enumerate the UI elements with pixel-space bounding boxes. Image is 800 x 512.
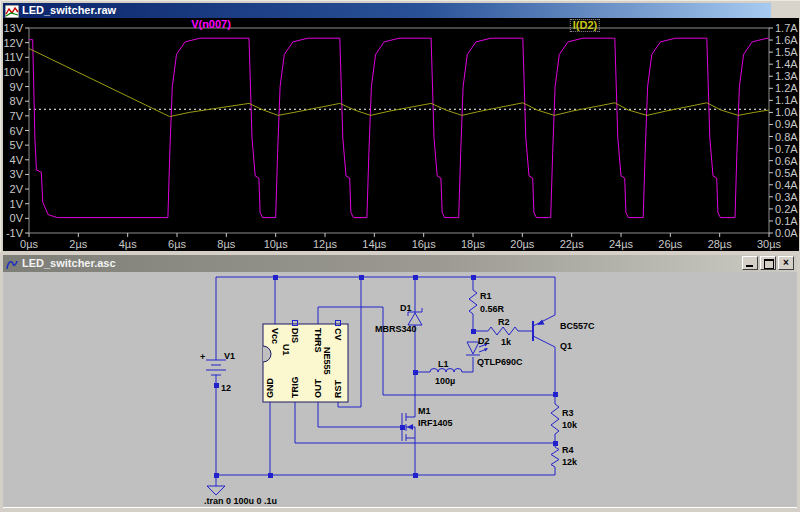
left-axis-tick-label: 4V bbox=[10, 154, 24, 166]
q1-part: BC557C bbox=[560, 321, 595, 331]
d1-ref: D1 bbox=[400, 303, 412, 313]
waveform-plot[interactable]: 13V12V11V10V9V8V7V6V5V4V3V2V1V0V-1V1.7A1… bbox=[3, 18, 799, 251]
inductor-l1[interactable]: L1 100µ bbox=[430, 359, 462, 386]
resistor-r1[interactable]: R1 0.56R bbox=[469, 290, 505, 314]
v1-plus-sign: + bbox=[200, 352, 205, 362]
right-axis-tick-label: 0.1A bbox=[775, 215, 798, 227]
spice-directive[interactable]: .tran 0 100u 0 .1u bbox=[204, 496, 277, 506]
u1-part: NE555 bbox=[322, 347, 332, 375]
v1-ref: V1 bbox=[224, 351, 235, 361]
right-axis-tick-label: 1.5A bbox=[775, 46, 798, 58]
left-axis-tick-label: 7V bbox=[10, 110, 24, 122]
transistor-q1[interactable]: BC557C Q1 bbox=[533, 315, 595, 394]
u1-ref: U1 bbox=[281, 344, 291, 356]
close-button[interactable]: × bbox=[778, 256, 794, 270]
maximize-icon bbox=[764, 259, 774, 269]
pin-label-cv: CV bbox=[333, 328, 343, 341]
l1-value: 100µ bbox=[435, 376, 455, 386]
right-axis-tick-label: 1.4A bbox=[775, 58, 798, 70]
pin-label-vcc: Vcc bbox=[270, 328, 280, 344]
titlebar-corner bbox=[771, 1, 800, 18]
right-axis-tick-label: 0.5A bbox=[775, 167, 798, 179]
r1-ref: R1 bbox=[480, 291, 492, 301]
x-axis-tick-label: 2µs bbox=[69, 238, 87, 250]
x-axis-tick-label: 16µs bbox=[412, 238, 437, 250]
d2-ref: D2 bbox=[478, 336, 490, 346]
left-axis-tick-label: 9V bbox=[10, 81, 24, 93]
q1-ref: Q1 bbox=[560, 341, 572, 351]
waveform-plot-area[interactable]: 13V12V11V10V9V8V7V6V5V4V3V2V1V0V-1V1.7A1… bbox=[3, 18, 799, 251]
pin-label-gnd: GND bbox=[265, 378, 275, 399]
trace-label-id2[interactable]: I(D2) bbox=[570, 19, 600, 32]
schematic-file-icon bbox=[5, 257, 19, 270]
resistor-r4[interactable]: R4 12k bbox=[551, 445, 578, 467]
right-axis-tick-label: 1.3A bbox=[775, 70, 798, 82]
schematic-window-title: LED_switcher.asc bbox=[22, 256, 116, 271]
r4-ref: R4 bbox=[562, 445, 574, 455]
schematic-window: LED_switcher.asc × bbox=[0, 252, 800, 512]
minimize-icon bbox=[746, 265, 753, 267]
pin-label-thrs: THRS bbox=[313, 328, 323, 353]
maximize-button[interactable] bbox=[760, 256, 776, 270]
x-axis-tick-label: 6µs bbox=[168, 238, 186, 250]
right-axis-tick-label: 1.0A bbox=[775, 106, 798, 118]
x-axis-tick-label: 28µs bbox=[708, 238, 733, 250]
left-axis-tick-label: 11V bbox=[4, 51, 23, 63]
trace-label-vn007[interactable]: V(n007) bbox=[191, 19, 231, 30]
x-axis-tick-label: 26µs bbox=[658, 238, 683, 250]
r3-ref: R3 bbox=[562, 408, 574, 418]
left-axis-tick-label: 10V bbox=[3, 66, 23, 78]
r1-value: 0.56R bbox=[480, 304, 505, 314]
left-axis-tick-label: 12V bbox=[3, 37, 23, 49]
left-axis-tick-label: 13V bbox=[3, 22, 23, 34]
right-axis-tick-label: 1.2A bbox=[775, 82, 798, 94]
resistor-r2[interactable]: R2 1k bbox=[488, 317, 518, 347]
x-axis-tick-label: 18µs bbox=[461, 238, 486, 250]
r3-value: 10k bbox=[562, 420, 578, 430]
x-axis-tick-label: 20µs bbox=[510, 238, 535, 250]
ic-u1-ne555[interactable]: Vcc DIS THRS CV GND TRIG OUT RST U1 NE55… bbox=[263, 321, 348, 403]
left-axis-tick-label: 1V bbox=[10, 198, 24, 210]
pin-label-trig: TRIG bbox=[290, 377, 300, 399]
right-axis-tick-label: 0.4A bbox=[775, 179, 798, 191]
x-axis-tick-label: 12µs bbox=[313, 238, 338, 250]
left-axis-tick-label: 2V bbox=[10, 183, 24, 195]
schematic-canvas[interactable]: + V1 12 Vcc DIS THRS CV GND TRIG OUT RST… bbox=[3, 272, 797, 508]
waveform-window-title: LED_switcher.raw bbox=[22, 3, 116, 18]
x-axis-tick-label: 10µs bbox=[264, 238, 289, 250]
m1-ref: M1 bbox=[418, 406, 431, 416]
schematic-window-titlebar[interactable]: LED_switcher.asc × bbox=[3, 255, 797, 272]
resistor-r3[interactable]: R3 10k bbox=[551, 404, 578, 434]
x-axis-tick-label: 8µs bbox=[217, 238, 235, 250]
right-axis-tick-label: 0.3A bbox=[775, 191, 798, 203]
l1-ref: L1 bbox=[438, 359, 449, 369]
x-axis-tick-label: 22µs bbox=[560, 238, 585, 250]
minimize-button[interactable] bbox=[742, 256, 758, 270]
right-axis-tick-label: 0.7A bbox=[775, 143, 798, 155]
r2-ref: R2 bbox=[498, 317, 510, 327]
v1-value: 12 bbox=[221, 383, 231, 393]
right-axis-tick-label: 0.8A bbox=[775, 131, 798, 143]
r2-value: 1k bbox=[501, 337, 512, 347]
mosfet-m1[interactable]: M1 IRF1405 bbox=[402, 402, 453, 441]
waveform-window: LED_switcher.raw 13V12V11V10V9V8V7V6V5V4… bbox=[0, 0, 800, 253]
left-axis-tick-label: 5V bbox=[10, 139, 24, 151]
right-axis-tick-label: 0.9A bbox=[775, 118, 798, 130]
right-axis-tick-label: 1.1A bbox=[775, 94, 798, 106]
right-axis-tick-label: 0.2A bbox=[775, 203, 798, 215]
trace-vn007 bbox=[29, 38, 769, 217]
x-axis-tick-label: 30µs bbox=[757, 238, 782, 250]
trace-id2 bbox=[29, 49, 769, 117]
plot-frame bbox=[29, 28, 769, 233]
left-axis-tick-label: 8V bbox=[10, 95, 24, 107]
led-d2[interactable]: D2 QTLP690C bbox=[466, 336, 523, 367]
left-axis-tick-label: 0V bbox=[10, 212, 24, 224]
ground-symbol[interactable] bbox=[207, 486, 225, 495]
pin-label-rst: RST bbox=[333, 379, 343, 398]
window-controls: × bbox=[742, 256, 794, 270]
waveform-window-titlebar[interactable]: LED_switcher.raw bbox=[3, 3, 771, 18]
right-axis-tick-label: 1.7A bbox=[775, 22, 798, 34]
x-axis-tick-label: 0µs bbox=[20, 238, 38, 250]
right-axis-tick-label: 0.6A bbox=[775, 155, 798, 167]
pin-label-out: OUT bbox=[313, 379, 323, 399]
